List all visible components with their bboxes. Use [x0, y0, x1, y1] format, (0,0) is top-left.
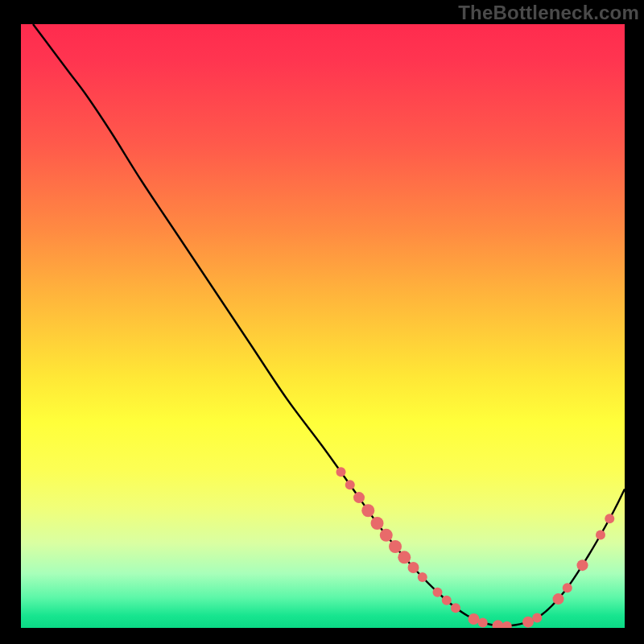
data-point: [345, 480, 355, 489]
data-point: [408, 562, 419, 573]
data-point: [553, 593, 564, 605]
curve-line: [33, 24, 625, 626]
data-point: [522, 617, 534, 628]
data-point: [353, 492, 365, 503]
data-point: [502, 621, 512, 628]
chart-container: TheBottleneck.com: [0, 0, 644, 644]
data-point: [469, 613, 480, 625]
data-point: [577, 559, 588, 571]
data-point: [563, 583, 572, 592]
data-point: [336, 467, 346, 477]
data-point: [433, 588, 443, 597]
data-point: [380, 529, 393, 542]
plot-area: [21, 24, 625, 628]
data-point: [478, 617, 488, 627]
data-points: [336, 467, 615, 628]
data-point: [371, 517, 384, 530]
bottleneck-curve: [21, 24, 625, 628]
data-point: [398, 551, 411, 564]
data-point: [605, 514, 614, 523]
data-point: [418, 572, 427, 582]
watermark-text: TheBottleneck.com: [458, 2, 639, 24]
data-point: [596, 530, 605, 540]
data-point: [389, 540, 402, 553]
data-point: [361, 504, 374, 517]
data-point: [451, 603, 460, 613]
data-point: [532, 613, 542, 622]
data-point: [493, 620, 504, 628]
data-point: [442, 596, 452, 605]
